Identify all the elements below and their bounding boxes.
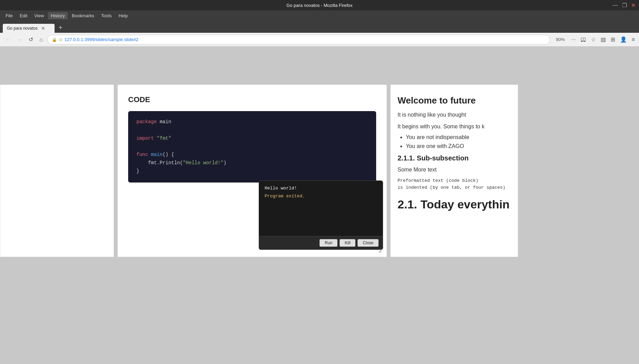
- menu-help[interactable]: Help: [116, 12, 131, 19]
- terminal-body: Hello world! Program exited.: [259, 181, 383, 236]
- slide-right-heading: Welcome to future: [398, 95, 511, 106]
- minimize-button[interactable]: —: [612, 2, 618, 8]
- new-tab-button[interactable]: +: [56, 24, 65, 31]
- home-button[interactable]: ⌂: [38, 36, 45, 43]
- window-title: Go para novatos - Mozilla Firefox: [286, 3, 352, 8]
- slide-right-para1: It is nothing like you thought: [398, 111, 511, 119]
- pocket-icon[interactable]: 🕮: [580, 36, 587, 43]
- tabbar: Go para novatos ✕ +: [0, 21, 639, 33]
- terminal-exit: Program exited.: [265, 194, 377, 199]
- browser-content: CODE package main import "fmt" func main…: [0, 47, 639, 364]
- slide-right-big-heading: 2.1. Today everythin: [398, 198, 511, 211]
- code-line-4: fmt.Println("Hello world!"): [136, 159, 368, 167]
- gray-bottom-area: [0, 257, 639, 364]
- slide-right-some-more: Some More text: [398, 166, 511, 174]
- more-icon[interactable]: ···: [570, 36, 576, 43]
- addressbar: ← → ↺ ⌂ 🔒 ⊙ 127.0.0.1:3999/slides/sample…: [0, 33, 639, 47]
- reload-button[interactable]: ↺: [27, 36, 35, 43]
- gray-top-area: [0, 47, 639, 85]
- toolbar-icons: ··· 🕮 ☆ ▤ ⊞ 👤 ≡: [570, 36, 636, 43]
- slide-right-preformatted: Preformatted text (code block) is indent…: [398, 177, 511, 191]
- code-line-5: }: [136, 167, 368, 176]
- menubar: File Edit View History Bookmarks Tools H…: [0, 10, 639, 21]
- terminal-output: Hello world!: [265, 186, 377, 191]
- forward-button[interactable]: →: [15, 36, 24, 43]
- menu-edit[interactable]: Edit: [17, 12, 30, 19]
- tab-label: Go para novatos: [7, 26, 38, 31]
- close-button[interactable]: ✕: [631, 2, 636, 9]
- menu-history[interactable]: History: [48, 12, 67, 19]
- slide-right: Welcome to future It is nothing like you…: [390, 85, 518, 257]
- tab-goparanovatos[interactable]: Go para novatos ✕: [3, 24, 55, 33]
- zoom-level[interactable]: 90%: [553, 37, 568, 42]
- menu-view[interactable]: View: [31, 12, 47, 19]
- slide-right-bullets: You are not indispensable You are one wi…: [406, 134, 511, 149]
- terminal-popup: Hello world! Program exited. Run Kill Cl…: [259, 180, 383, 250]
- slide-code-title: CODE: [128, 95, 376, 104]
- code-line-1: package main: [136, 118, 368, 126]
- sidebar-toggle-icon[interactable]: ▤: [600, 36, 607, 43]
- menu-bookmarks[interactable]: Bookmarks: [69, 12, 97, 19]
- slide-number: 2: [379, 248, 382, 253]
- preformatted-line2: is indented (by one tab, or four spaces): [398, 184, 511, 191]
- run-button[interactable]: Run: [320, 239, 337, 247]
- maximize-button[interactable]: ❐: [622, 2, 627, 9]
- code-line-2: import "fmt": [136, 135, 368, 143]
- menu-file[interactable]: File: [3, 12, 16, 19]
- window-controls: — ❐ ✕: [612, 2, 636, 9]
- layout-icon[interactable]: ⊞: [610, 36, 616, 43]
- kill-button[interactable]: Kill: [340, 239, 355, 247]
- code-line-blank-1: [136, 126, 368, 135]
- bullet-1: You are not indispensable: [406, 134, 511, 140]
- terminal-buttons: Run Kill Close: [259, 236, 383, 249]
- security-lock-icon: 🔒: [52, 37, 57, 42]
- back-button[interactable]: ←: [3, 36, 12, 43]
- tab-close-button[interactable]: ✕: [40, 26, 46, 31]
- code-line-3: func main() {: [136, 151, 368, 159]
- slide-left: [0, 85, 114, 257]
- code-line-blank-2: [136, 142, 368, 151]
- url-display[interactable]: 127.0.0.1:3999/slides/sample.slide#2: [65, 37, 546, 42]
- close-button[interactable]: Close: [357, 239, 379, 247]
- profile-icon[interactable]: 👤: [619, 36, 628, 43]
- preformatted-line1: Preformatted text (code block): [398, 177, 511, 184]
- browser-menu-icon[interactable]: ≡: [631, 36, 636, 43]
- titlebar: Go para novatos - Mozilla Firefox — ❐ ✕: [0, 0, 639, 10]
- code-block: package main import "fmt" func main() { …: [128, 111, 376, 183]
- bookmark-star-icon[interactable]: ☆: [590, 36, 597, 43]
- address-box[interactable]: 🔒 ⊙ 127.0.0.1:3999/slides/sample.slide#2: [47, 35, 551, 45]
- slides-area: CODE package main import "fmt" func main…: [0, 85, 639, 257]
- slide-right-para2: It begins with you. Some things to k: [398, 122, 511, 131]
- menu-tools[interactable]: Tools: [98, 12, 114, 19]
- slide-center: CODE package main import "fmt" func main…: [117, 85, 387, 257]
- bullet-2: You are one with ZAGO: [406, 143, 511, 149]
- slide-right-subheading: 2.1.1. Sub-subsection: [398, 154, 511, 162]
- connection-icon: ⊙: [59, 37, 63, 42]
